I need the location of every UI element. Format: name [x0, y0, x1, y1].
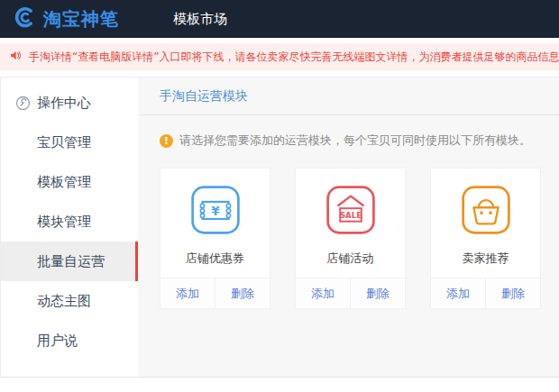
sidebar-item-label: 批量自运营 [37, 253, 105, 270]
card-body: ¥ 店铺优惠券 [160, 169, 270, 278]
section-title: 手淘自运营模块 [160, 88, 248, 105]
svg-text:¥: ¥ [211, 204, 220, 218]
module-card-activity: SALE 店铺活动 添加 删除 [295, 168, 406, 309]
operation-center-icon [15, 96, 31, 111]
sidebar-item-item-management[interactable]: 宝贝管理 [1, 123, 138, 162]
card-label: 店铺活动 [296, 251, 405, 267]
announcement-text: 手淘详情“查看电脑版详情”入口即将下线，请各位卖家尽快完善无线端图文详情，为消费… [29, 50, 559, 65]
top-navbar: 淘宝神笔 模板市场 [0, 0, 559, 38]
app-container: 操作中心 宝贝管理 模板管理 模块管理 批量自运营 动态主图 用户说 手淘自运营… [0, 77, 559, 378]
main-panel: 手淘自运营模块 ! 请选择您需要添加的运营模块，每个宝贝可同时使用以下所有模块。 [138, 77, 559, 377]
module-cards: ¥ 店铺优惠券 添加 删除 [160, 168, 541, 309]
delete-button[interactable]: 删除 [485, 278, 540, 308]
nav-tab-template-market[interactable]: 模板市场 [173, 11, 227, 28]
add-button[interactable]: 添加 [296, 278, 350, 308]
sidebar-item-user-reviews[interactable]: 用户说 [1, 321, 138, 360]
sidebar-item-module-management[interactable]: 模块管理 [1, 202, 138, 242]
info-text: 请选择您需要添加的运营模块，每个宝贝可同时使用以下所有模块。 [179, 132, 531, 149]
sidebar-item-label: 模块管理 [37, 214, 91, 231]
info-message: ! 请选择您需要添加的运营模块，每个宝贝可同时使用以下所有模块。 [160, 132, 559, 149]
svg-text:SALE: SALE [339, 211, 361, 220]
sidebar-item-label: 操作中心 [37, 95, 91, 112]
module-card-seller-recommend: 卖家推荐 添加 删除 [430, 168, 541, 309]
coupon-icon: ¥ [189, 184, 242, 240]
card-label: 卖家推荐 [431, 251, 540, 267]
sidebar-item-label: 模板管理 [37, 174, 91, 191]
delete-button[interactable]: 删除 [350, 278, 405, 308]
sidebar-item-operation-center[interactable]: 操作中心 [1, 83, 138, 123]
sidebar-item-batch-self-operation[interactable]: 批量自运营 [1, 242, 138, 281]
announcement-bar: 手淘详情“查看电脑版详情”入口即将下线，请各位卖家尽快完善无线端图文详情，为消费… [0, 43, 559, 70]
app-logo[interactable]: 淘宝神笔 [13, 5, 119, 32]
sidebar-item-label: 用户说 [37, 333, 78, 350]
warning-icon: ! [160, 134, 173, 148]
module-card-coupon: ¥ 店铺优惠券 添加 删除 [160, 168, 270, 309]
card-body: SALE 店铺活动 [296, 169, 405, 278]
basket-icon [460, 184, 512, 240]
logo-text: 淘宝神笔 [43, 7, 119, 32]
sale-icon: SALE [325, 184, 377, 240]
card-label: 店铺优惠券 [160, 251, 270, 267]
sidebar: 操作中心 宝贝管理 模板管理 模块管理 批量自运营 动态主图 用户说 [1, 77, 138, 377]
section-header: 手淘自运营模块 [138, 77, 559, 115]
sidebar-item-template-management[interactable]: 模板管理 [1, 162, 138, 202]
add-button[interactable]: 添加 [431, 278, 485, 308]
card-actions: 添加 删除 [431, 278, 540, 308]
card-body: 卖家推荐 [431, 169, 540, 278]
shenbi-logo-icon [13, 5, 36, 32]
add-button[interactable]: 添加 [160, 278, 215, 308]
sidebar-item-dynamic-main-image[interactable]: 动态主图 [1, 281, 138, 321]
sidebar-item-label: 宝贝管理 [37, 134, 91, 151]
sidebar-item-label: 动态主图 [37, 293, 91, 310]
speaker-icon [9, 49, 23, 65]
card-actions: 添加 删除 [160, 278, 270, 308]
card-actions: 添加 删除 [296, 278, 405, 308]
delete-button[interactable]: 删除 [215, 278, 270, 308]
